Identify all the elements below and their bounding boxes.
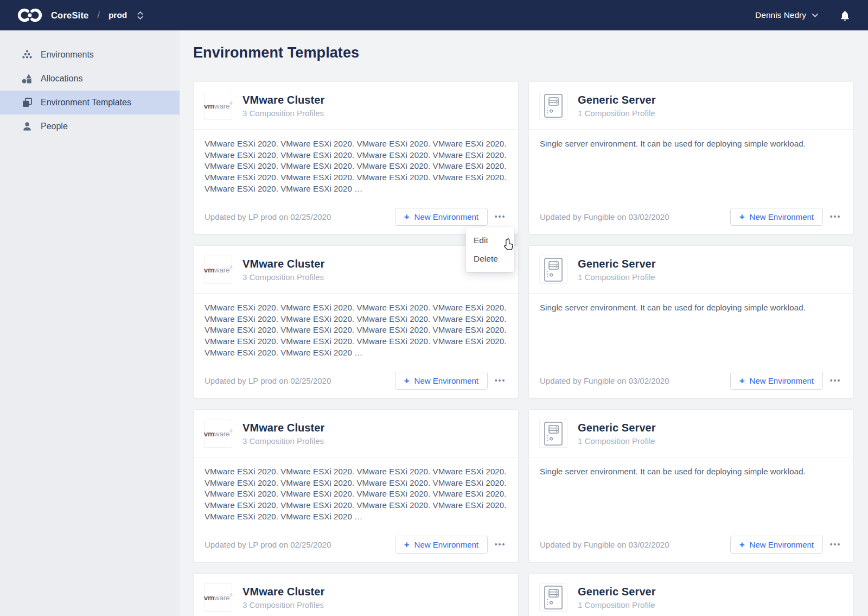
updated-by-text: Updated by Fungible on 03/02/2020 [540, 376, 730, 385]
project-switcher-icon[interactable] [137, 11, 144, 20]
top-navbar: CoreSite / prod Dennis Nedry [0, 0, 868, 30]
more-options-button[interactable]: ••• [488, 536, 513, 554]
updated-by-text: Updated by LP prod on 02/25/2020 [205, 212, 395, 221]
card-subtitle: 1 Composition Profile [578, 272, 656, 282]
new-environment-button[interactable]: + New Environment [395, 536, 488, 554]
server-icon [539, 420, 567, 448]
card-header: Generic Server 1 Composition Profile [529, 574, 853, 616]
more-options-button[interactable]: ••• [823, 372, 848, 390]
breadcrumb-project: prod [108, 10, 127, 20]
main-content: Environment Templates vmware® VMware Clu… [180, 30, 868, 616]
shapes-icon [22, 73, 33, 84]
more-options-button[interactable]: ••• [488, 208, 513, 226]
template-card-generic-server: Generic Server 1 Composition Profile Sin… [528, 81, 854, 234]
person-icon [22, 121, 33, 132]
card-title: VMware Cluster [242, 586, 324, 598]
dot-cluster-icon [22, 49, 33, 60]
plus-icon: + [404, 212, 410, 221]
card-subtitle: 3 Composition Profiles [242, 272, 324, 282]
sidebar-item-allocations[interactable]: Allocations [0, 67, 180, 91]
brand-name: CoreSite [51, 10, 88, 21]
card-description: Single server environment. It can be use… [529, 130, 853, 194]
card-title: VMware Cluster [242, 422, 324, 434]
card-title: VMware Cluster [242, 258, 324, 270]
card-header: vmware® VMware Cluster 3 Composition Pro… [194, 574, 518, 616]
sidebar-item-environments[interactable]: Environments [0, 43, 180, 67]
menu-item-edit[interactable]: Edit [466, 231, 514, 250]
sidebar-item-label: Environment Templates [41, 98, 131, 107]
plus-icon: + [739, 376, 745, 385]
card-footer: Updated by Fungible on 03/02/2020 + New … [540, 208, 848, 226]
coresite-logo-icon[interactable] [17, 8, 42, 23]
new-environment-button[interactable]: + New Environment [395, 208, 488, 226]
more-options-button[interactable]: ••• [488, 372, 513, 390]
sidebar-item-label: Allocations [41, 74, 82, 84]
vmware-logo: vmware® [204, 583, 232, 612]
plus-icon: + [739, 540, 745, 549]
card-header: Generic Server 1 Composition Profile [529, 82, 853, 130]
sidebar-item-environment-templates[interactable]: Environment Templates [0, 91, 180, 115]
card-context-menu: Edit Delete [466, 227, 514, 272]
server-icon [539, 256, 567, 284]
card-footer: Updated by LP prod on 02/25/2020 + New E… [205, 372, 513, 390]
plus-icon: + [739, 212, 745, 221]
new-environment-button[interactable]: + New Environment [395, 372, 488, 390]
server-icon [539, 583, 567, 612]
template-card-grid: vmware® VMware Cluster 3 Composition Pro… [193, 81, 854, 616]
card-header: Generic Server 1 Composition Profile [529, 410, 853, 458]
plus-icon: + [404, 376, 410, 385]
card-title: Generic Server [578, 586, 656, 598]
card-footer: Updated by Fungible on 03/02/2020 + New … [540, 536, 848, 554]
updated-by-text: Updated by Fungible on 03/02/2020 [540, 212, 730, 221]
card-title: VMware Cluster [242, 94, 324, 106]
sidebar: Environments Allocations Environment Tem… [0, 30, 180, 616]
card-title: Generic Server [578, 422, 656, 434]
sidebar-item-people[interactable]: People [0, 115, 180, 138]
template-card-vmware-cluster: vmware® VMware Cluster 3 Composition Pro… [193, 81, 519, 234]
updated-by-text: Updated by Fungible on 03/02/2020 [540, 540, 730, 549]
card-description: VMware ESXi 2020. VMware ESXi 2020. VMwa… [194, 130, 518, 194]
card-description: Single server environment. It can be use… [529, 458, 853, 522]
card-description: VMware ESXi 2020. VMware ESXi 2020. VMwa… [194, 294, 518, 358]
updated-by-text: Updated by LP prod on 02/25/2020 [205, 376, 395, 385]
card-description: VMware ESXi 2020. VMware ESXi 2020. VMwa… [194, 458, 518, 522]
template-card-vmware-cluster: vmware® VMware Cluster 3 Composition Pro… [193, 573, 519, 616]
new-environment-button[interactable]: + New Environment [730, 536, 823, 554]
page-title: Environment Templates [193, 45, 854, 61]
new-environment-button[interactable]: + New Environment [730, 208, 823, 226]
notifications-bell-icon[interactable] [839, 9, 851, 22]
card-footer: Updated by LP prod on 02/25/2020 + New E… [205, 208, 513, 226]
sidebar-item-label: People [41, 122, 68, 131]
vmware-logo: vmware® [204, 256, 232, 284]
updated-by-text: Updated by LP prod on 02/25/2020 [205, 540, 395, 549]
vmware-logo: vmware® [204, 420, 232, 448]
card-subtitle: 1 Composition Profile [578, 436, 656, 446]
plus-icon: + [404, 540, 410, 549]
card-subtitle: 1 Composition Profile [578, 600, 656, 609]
card-header: vmware® VMware Cluster 3 Composition Pro… [194, 82, 518, 130]
template-card-generic-server: Generic Server 1 Composition Profile Sin… [528, 573, 854, 616]
card-title: Generic Server [578, 94, 656, 106]
card-title: Generic Server [578, 258, 656, 270]
card-subtitle: 1 Composition Profile [578, 109, 656, 118]
template-card-generic-server: Generic Server 1 Composition Profile Sin… [528, 245, 854, 398]
template-card-vmware-cluster: vmware® VMware Cluster 3 Composition Pro… [193, 409, 519, 562]
user-name: Dennis Nedry [755, 10, 806, 20]
card-subtitle: 3 Composition Profiles [242, 600, 324, 609]
template-card-generic-server: Generic Server 1 Composition Profile Sin… [528, 409, 854, 562]
more-options-button[interactable]: ••• [823, 208, 848, 226]
card-subtitle: 3 Composition Profiles [242, 436, 324, 446]
card-footer: Updated by Fungible on 03/02/2020 + New … [540, 372, 848, 390]
vmware-logo: vmware® [204, 92, 232, 120]
server-icon [539, 92, 567, 120]
card-header: Generic Server 1 Composition Profile [529, 246, 853, 294]
menu-item-delete[interactable]: Delete [466, 250, 514, 268]
chevron-down-icon [812, 10, 819, 20]
card-subtitle: 3 Composition Profiles [242, 109, 324, 118]
new-environment-button[interactable]: + New Environment [730, 372, 823, 390]
more-options-button[interactable]: ••• [823, 536, 848, 554]
user-menu[interactable]: Dennis Nedry [755, 10, 819, 20]
card-description: Single server environment. It can be use… [529, 294, 853, 358]
card-header: vmware® VMware Cluster 3 Composition Pro… [194, 410, 518, 458]
layered-squares-icon [22, 97, 33, 108]
